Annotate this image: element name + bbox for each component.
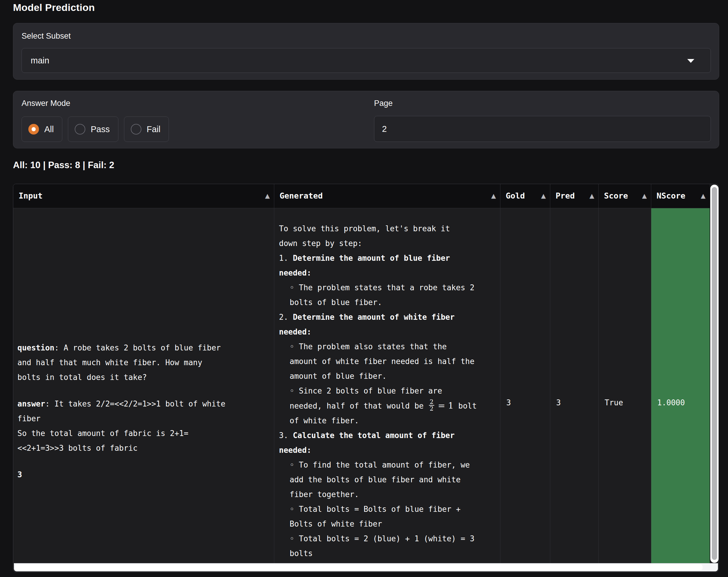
filter-panel: Answer Mode All Pass Fail Page 2 <box>13 91 719 148</box>
sort-ascending-icon: ▲ <box>491 184 496 208</box>
page-number-value: 2 <box>382 124 387 134</box>
results-table: Input ▲ question: A robe takes 2 bolts o… <box>13 184 719 572</box>
cell-generated: To solve this problem, let's break it do… <box>274 208 500 564</box>
horizontal-scrollbar[interactable] <box>14 563 718 571</box>
text-block: To solve this problem, let's break it do… <box>279 221 496 251</box>
column-input: Input ▲ question: A robe takes 2 bolts o… <box>13 184 274 564</box>
radio-option-label: Fail <box>147 125 161 134</box>
cell-pred: 3 <box>550 208 598 564</box>
sort-ascending-icon: ▲ <box>541 184 546 208</box>
text-block: 3 <box>18 467 269 482</box>
subset-selected-value: main <box>31 56 49 65</box>
page-number-input[interactable]: 2 <box>374 116 711 142</box>
radio-option-fail[interactable]: Fail <box>124 116 169 142</box>
bullet-item: ◦ Total bolts = Bolts of blue fiber + Bo… <box>279 502 496 531</box>
radio-option-label: Pass <box>90 125 109 134</box>
radio-option-label: All <box>44 125 54 134</box>
subset-select[interactable]: main <box>22 48 711 73</box>
column-header-label: Score <box>604 191 628 200</box>
bullet-item: ◦ Since 2 bolts of blue fiber are needed… <box>279 384 496 428</box>
bullet-item: ◦ The problem states that a robe takes 2… <box>279 280 496 310</box>
subset-label: Select Subset <box>22 32 71 41</box>
radio-icon <box>28 124 39 135</box>
column-header-label: Input <box>19 191 43 200</box>
sort-ascending-icon: ▲ <box>701 184 706 208</box>
vertical-scrollbar-thumb[interactable] <box>712 187 717 560</box>
column-header-label: Generated <box>280 191 323 200</box>
column-gold: Gold ▲ 3 <box>500 184 550 564</box>
column-header-score[interactable]: Score ▲ <box>599 184 651 208</box>
subset-panel: Select Subset main <box>13 23 719 80</box>
radio-option-all[interactable]: All <box>22 116 62 142</box>
text-block: 3. Calculate the total amount of fiber n… <box>279 428 496 458</box>
column-header-generated[interactable]: Generated ▲ <box>274 184 500 208</box>
bullet-item: ◦ The problem also states that the amoun… <box>279 339 496 384</box>
column-header-label: NScore <box>656 191 685 200</box>
text-block: 2. Determine the amount of white fiber n… <box>279 310 496 339</box>
answer-mode-label: Answer Mode <box>22 99 70 108</box>
column-header-label: Pred <box>555 191 575 200</box>
column-nscore: NScore ▲ 1.0000 <box>651 184 710 564</box>
cell-score: True <box>599 208 651 564</box>
radio-icon <box>131 124 141 135</box>
text-block: question: A robe takes 2 bolts of blue f… <box>18 340 269 385</box>
answer-mode-radio-group: All Pass Fail <box>22 116 169 142</box>
horizontal-scrollbar-thumb[interactable] <box>15 564 703 570</box>
column-header-input[interactable]: Input ▲ <box>13 184 274 208</box>
column-generated: Generated ▲ To solve this problem, let's… <box>274 184 500 564</box>
cell-input: question: A robe takes 2 bolts of blue f… <box>13 208 274 564</box>
chevron-down-icon <box>687 59 694 63</box>
column-header-label: Gold <box>506 191 525 200</box>
radio-icon <box>75 124 85 135</box>
cell-nscore: 1.0000 <box>651 208 710 564</box>
column-pred: Pred ▲ 3 <box>550 184 599 564</box>
text-block: 1. Determine the amount of blue fiber ne… <box>279 251 496 280</box>
column-score: Score ▲ True <box>599 184 651 564</box>
math-fraction: 22 <box>429 399 435 412</box>
radio-option-pass[interactable]: Pass <box>68 116 118 142</box>
bullet-item: ◦ To find the total amount of fiber, we … <box>279 458 496 502</box>
text-block: answer: It takes 2/2=<<2/2=1>>1 bolt of … <box>18 396 269 456</box>
column-header-gold[interactable]: Gold ▲ <box>500 184 550 208</box>
page-label: Page <box>374 99 393 108</box>
page-title: Model Prediction <box>13 2 95 13</box>
result-stats: All: 10 | Pass: 8 | Fail: 2 <box>13 160 114 170</box>
vertical-scrollbar[interactable] <box>710 185 719 563</box>
sort-ascending-icon: ▲ <box>590 184 594 208</box>
bullet-item: ◦ Total bolts = 2 (blue) + 1 (white) = 3… <box>279 531 496 561</box>
sort-ascending-icon: ▲ <box>265 184 270 208</box>
column-header-nscore[interactable]: NScore ▲ <box>651 184 710 208</box>
column-header-pred[interactable]: Pred ▲ <box>550 184 598 208</box>
cell-gold: 3 <box>500 208 550 564</box>
sort-ascending-icon: ▲ <box>642 184 647 208</box>
